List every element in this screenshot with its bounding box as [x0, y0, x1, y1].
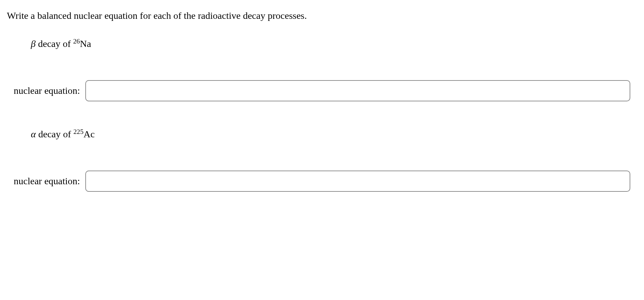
- nuclear-equation-input-2[interactable]: [85, 171, 630, 192]
- instruction-text: Write a balanced nuclear equation for ea…: [7, 10, 637, 21]
- decay-prefix-1: decay of: [36, 38, 73, 49]
- decay-label-2: α decay of 225Ac: [31, 129, 637, 140]
- input-label-1: nuclear equation:: [14, 85, 80, 96]
- decay-label-1: β decay of 26Na: [31, 38, 637, 49]
- decay-prefix-2: decay of: [36, 129, 74, 139]
- input-row-2: nuclear equation:: [7, 171, 637, 192]
- input-label-2: nuclear equation:: [14, 176, 80, 187]
- isotope-mass-2: 225: [73, 128, 83, 135]
- isotope-symbol-1: Na: [80, 38, 91, 49]
- isotope-symbol-2: Ac: [84, 129, 95, 139]
- isotope-mass-1: 26: [73, 38, 80, 45]
- input-row-1: nuclear equation:: [7, 80, 637, 101]
- decay-symbol-1: β: [31, 38, 36, 49]
- nuclear-equation-input-1[interactable]: [85, 80, 630, 101]
- decay-symbol-2: α: [31, 129, 36, 139]
